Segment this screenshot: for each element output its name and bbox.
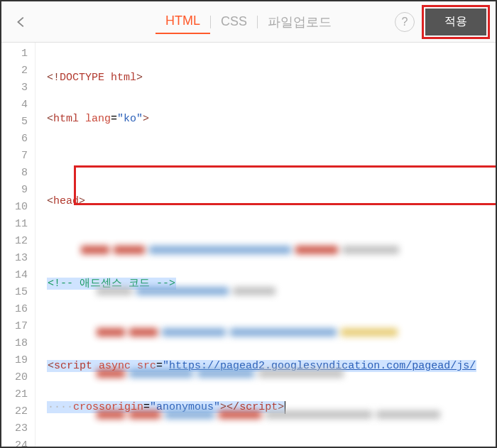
tab-css[interactable]: CSS	[211, 10, 257, 33]
code-line: <!DOCTYPE html>	[47, 70, 496, 87]
line-number: 20	[1, 369, 28, 386]
line-number: 2	[1, 62, 28, 80]
line-number: 12	[1, 233, 28, 250]
line-number: 7	[1, 148, 28, 165]
tab-file-upload[interactable]: 파일업로드	[258, 9, 342, 35]
line-number: 15	[1, 284, 28, 301]
line-number: 17	[1, 318, 28, 335]
apply-highlight: 적용	[422, 5, 490, 39]
help-icon[interactable]: ?	[395, 12, 415, 32]
code-line: <html lang="ko">	[47, 111, 496, 128]
line-number: 13	[1, 250, 28, 267]
code-line	[47, 440, 496, 447]
tabs: HTML CSS 파일업로드	[155, 9, 342, 35]
back-icon[interactable]	[7, 8, 36, 36]
line-number: 1	[1, 45, 28, 62]
line-number: 5	[1, 114, 28, 131]
line-number: 11	[1, 216, 28, 233]
line-number: 16	[1, 301, 28, 318]
line-number: 21	[1, 386, 28, 403]
line-number: 9	[1, 182, 28, 199]
line-number: 8	[1, 165, 28, 182]
line-number: 24	[1, 437, 28, 447]
apply-button[interactable]: 적용	[425, 9, 486, 35]
tab-html[interactable]: HTML	[155, 9, 210, 34]
line-number: 3	[1, 80, 28, 97]
code-editor[interactable]: 1 2 3 4 5 6 7 8 9 10 11 12 13 14 15 16 1…	[1, 43, 496, 447]
line-number: 10	[1, 199, 28, 216]
line-number-gutter: 1 2 3 4 5 6 7 8 9 10 11 12 13 14 15 16 1…	[1, 43, 36, 447]
code-line	[47, 152, 496, 169]
line-number: 6	[1, 131, 28, 148]
code-area[interactable]: <!DOCTYPE html> <html lang="ko"> <head> …	[36, 43, 496, 447]
code-line: <head>	[47, 193, 496, 210]
blurred-code	[81, 217, 493, 441]
line-number: 4	[1, 97, 28, 114]
line-number: 22	[1, 403, 28, 420]
line-number: 19	[1, 352, 28, 369]
line-number: 23	[1, 420, 28, 437]
line-number: 14	[1, 267, 28, 284]
line-number: 18	[1, 335, 28, 352]
